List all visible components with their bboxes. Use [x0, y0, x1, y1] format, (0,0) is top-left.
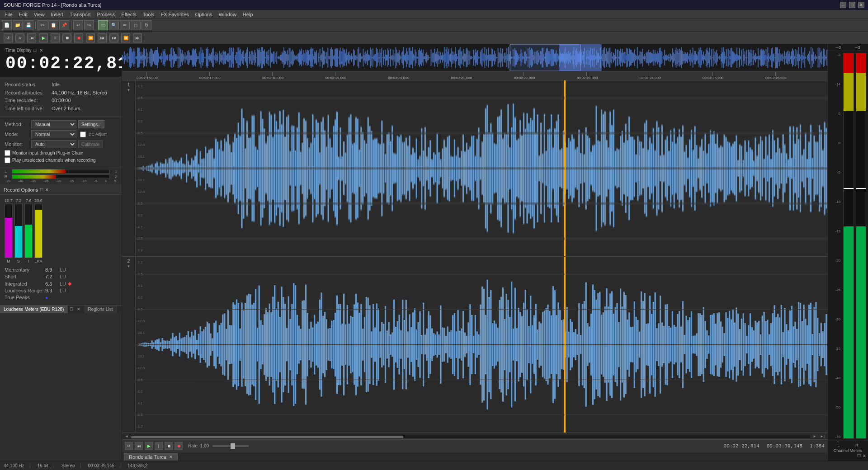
tab-regions-list[interactable]: Regions List: [84, 306, 117, 313]
scroll-end-arrow[interactable]: ►|: [818, 434, 826, 438]
rm-checkbox[interactable]: ☐: [857, 454, 861, 458]
menu-fx-favorites[interactable]: FX Favorites: [158, 11, 191, 18]
draw-tool[interactable]: ✏: [120, 20, 130, 30]
record-attrs-value: 44,100 Hz; 16 Bit; Stereo: [52, 89, 107, 97]
left-panel: Time Display ☐ ✕ 00:02:22,814 Record sta…: [0, 44, 122, 461]
overview-canvas: [122, 44, 827, 71]
refresh-tool[interactable]: ↻: [142, 20, 151, 30]
rm-scale-m3: -3: [829, 53, 840, 57]
scroll-thumb[interactable]: [131, 436, 403, 438]
new-button[interactable]: 📄: [2, 20, 12, 30]
undo-button[interactable]: ↩: [73, 20, 83, 30]
bt-loop-btn[interactable]: ↺: [125, 442, 133, 450]
copy-button[interactable]: 📋: [48, 20, 58, 30]
close-button[interactable]: ✕: [858, 2, 864, 8]
integrated-value: 6.6: [45, 281, 59, 287]
cut-button[interactable]: ✂: [38, 20, 47, 30]
calibrate-button[interactable]: Calibrate: [78, 140, 103, 148]
step-back-button[interactable]: ⏮: [98, 33, 107, 42]
zoom-tool[interactable]: 🔍: [109, 20, 119, 30]
track-1-marker: ▼: [127, 88, 131, 92]
monitor-row: Monitor: Auto Calibrate: [5, 140, 117, 148]
rate-slider[interactable]: [212, 445, 249, 447]
play-unselected-checkbox[interactable]: [5, 157, 10, 163]
save-button[interactable]: 💾: [24, 20, 33, 30]
track-2-wrapper: 2 ▼ -1.2-2.5-4.1-6.0 -8.5-12.0-18.1-2Inf…: [122, 257, 827, 433]
integrated-label: Integrated: [5, 281, 45, 287]
bt-play-btn[interactable]: ▶: [145, 442, 153, 450]
bt-pause-btn[interactable]: |: [155, 442, 163, 450]
paste-button[interactable]: 📌: [59, 20, 69, 30]
menu-process[interactable]: Process: [94, 11, 118, 18]
menu-effects[interactable]: Effects: [118, 11, 139, 18]
loudness-range-unit: LU: [60, 288, 66, 293]
fast-fwd-button[interactable]: ⏩: [121, 33, 130, 42]
rm-close[interactable]: ✕: [863, 454, 866, 458]
menu-window[interactable]: Window: [216, 11, 239, 18]
settings-button[interactable]: Settings...: [78, 120, 104, 128]
rm-header1: ─3: [836, 45, 841, 50]
menu-options[interactable]: Options: [193, 11, 215, 18]
menu-edit[interactable]: Edit: [16, 11, 30, 18]
record-button[interactable]: ⏺: [74, 33, 83, 42]
left-tab-bar: Loudness Meters (EBU R128) ☐ ✕ Regions L…: [0, 305, 122, 313]
scroll-left-arrow[interactable]: ◄: [123, 434, 130, 438]
loudness-range-value: 9.3: [45, 288, 59, 293]
rewind-button[interactable]: ⏮: [27, 33, 36, 42]
monitor-select[interactable]: Auto: [31, 140, 76, 148]
open-button[interactable]: 📁: [13, 20, 23, 30]
rate-slider-thumb[interactable]: [231, 443, 235, 449]
time-display-close[interactable]: ✕: [39, 48, 43, 53]
minimize-button[interactable]: ─: [840, 2, 846, 8]
method-select[interactable]: Manual: [31, 120, 76, 128]
menu-file[interactable]: File: [2, 11, 15, 18]
track-2-canvas-area[interactable]: -1.2-2.5-4.1-6.0 -8.5-12.0-18.1-2Inf. -1…: [136, 257, 827, 432]
track-1-canvas-area[interactable]: -1.2-2.5-4.1-6.0 -8.5-12.0-18.1-2Inf. -1…: [136, 80, 827, 256]
select-tool[interactable]: ▭: [98, 20, 108, 30]
stop-button[interactable]: ⏹: [62, 33, 71, 42]
loudness-range-label: Loudness Range: [5, 288, 45, 293]
loop-button[interactable]: ↺: [4, 33, 13, 42]
auto-button[interactable]: A: [15, 33, 24, 42]
bt-stop-btn[interactable]: ⏹: [165, 442, 173, 450]
overview-strip[interactable]: [122, 44, 827, 71]
record-options-checkbox[interactable]: ☐: [40, 188, 43, 192]
record-options-close[interactable]: ✕: [45, 188, 49, 192]
go-end-button[interactable]: ⏭: [133, 33, 142, 42]
record-attrs-label: Record attributes:: [5, 89, 50, 97]
redo-button[interactable]: ↪: [84, 20, 94, 30]
mode-select[interactable]: Normal: [31, 130, 76, 138]
erase-tool[interactable]: ◻: [131, 20, 141, 30]
menu-transport[interactable]: Transport: [67, 11, 94, 18]
loudness-meters-close[interactable]: ✕: [75, 306, 82, 313]
bt-record-btn[interactable]: ⏺: [175, 442, 183, 450]
h-scrollbar[interactable]: ◄ ► ►|: [122, 433, 827, 439]
dc-adjust-checkbox[interactable]: [80, 132, 86, 137]
menu-help[interactable]: Help: [240, 11, 256, 18]
record-options-label: Record Options: [4, 187, 38, 193]
monitor-plugin-checkbox[interactable]: [5, 150, 10, 156]
loudness-meters-checkbox[interactable]: ☐: [68, 306, 75, 313]
ruler-mark-10: 00:02:26,000: [764, 72, 787, 80]
menu-tools[interactable]: Tools: [140, 11, 157, 18]
fast-rewind-button[interactable]: ⏪: [86, 33, 95, 42]
menu-view[interactable]: View: [31, 11, 47, 18]
pause-button[interactable]: ⏸: [51, 33, 60, 42]
file-tab-close[interactable]: ✕: [169, 455, 173, 459]
step-fwd-button[interactable]: ⏭: [109, 33, 118, 42]
true-peaks-label: True Peaks: [5, 295, 45, 300]
menu-insert[interactable]: Insert: [48, 11, 66, 18]
scroll-right-arrow[interactable]: ►: [811, 434, 818, 438]
track-1-label: 1: [127, 82, 130, 87]
file-tab-rondo[interactable]: Rondo alla Turca ✕: [124, 453, 178, 461]
scroll-track[interactable]: [130, 435, 811, 438]
track-2-number: 2 ▼: [122, 257, 136, 432]
bt-rewind-btn[interactable]: ⏮: [135, 442, 143, 450]
record-status-label: Record status:: [5, 81, 50, 89]
time-display-checkbox[interactable]: ☐: [33, 48, 37, 53]
rm-scale-m50: -50: [829, 405, 840, 409]
play-button[interactable]: ▶: [39, 33, 48, 42]
rm-L-indicator: [844, 188, 854, 189]
maximize-button[interactable]: □: [849, 2, 855, 8]
tab-loudness-meters[interactable]: Loudness Meters (EBU R128): [0, 306, 68, 313]
